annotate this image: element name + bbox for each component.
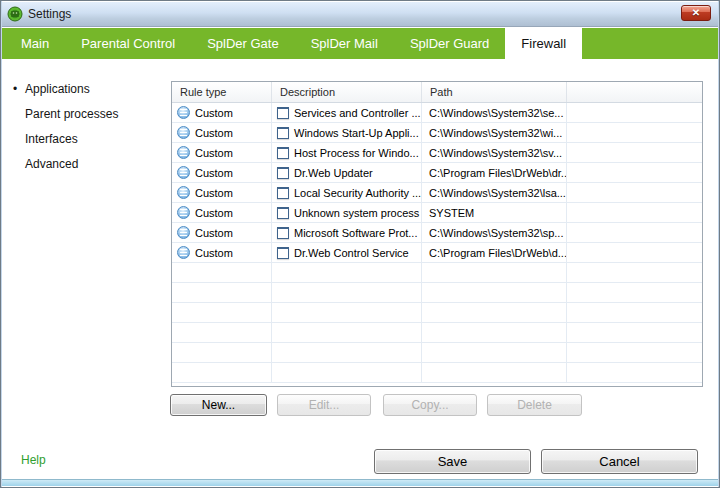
sidebar: • Applications Parent processes Interfac… [13,77,163,177]
application-icon [277,167,289,179]
column-header-path[interactable]: Path [422,82,567,102]
table-row[interactable]: Custom Windows Start-Up Appli... C:\Wind… [172,123,702,143]
firewall-panel: • Applications Parent processes Interfac… [3,59,717,479]
path-value: C:\Program Files\DrWeb\d... [422,243,567,262]
window-title: Settings [28,7,71,21]
firewall-rules-table: Rule type Description Path Custom Servic… [171,81,703,387]
path-value: C:\Windows\System32\se... [422,103,567,122]
description-value: Local Security Authority ... [294,187,421,199]
sidebar-item-applications[interactable]: • Applications [13,77,163,102]
application-icon [277,147,289,159]
rule-type-icon [177,206,190,219]
description-value: Windows Start-Up Appli... [294,127,419,139]
sidebar-item-label: Advanced [25,157,78,171]
empty-row [172,363,702,383]
application-icon [277,227,289,239]
table-row[interactable]: Custom Services and Controller ... C:\Wi… [172,103,702,123]
title-bar[interactable]: Settings ✕ [2,2,718,27]
rule-type-value: Custom [195,167,233,179]
description-value: Host Process for Windo... [294,147,419,159]
sidebar-item-label: Applications [25,82,90,96]
tab-main[interactable]: Main [5,28,65,59]
description-value: Services and Controller ... [294,107,421,119]
copy-rule-button[interactable]: Copy... [383,394,477,416]
application-icon [277,127,289,139]
empty-row [172,323,702,343]
application-icon [277,207,289,219]
description-value: Microsoft Software Prot... [294,227,417,239]
empty-row [172,303,702,323]
window-bottom-border [2,479,718,486]
active-bullet: • [13,82,17,97]
path-value: SYSTEM [422,203,567,222]
tab-spider-gate[interactable]: SplDer Gate [191,28,295,59]
tab-spider-mail[interactable]: SplDer Mail [295,28,394,59]
save-button[interactable]: Save [374,449,531,474]
description-value: Unknown system process [294,207,419,219]
tab-firewall[interactable]: Firewall [505,28,582,59]
rule-type-icon [177,186,190,199]
table-row[interactable]: Custom Unknown system process SYSTEM [172,203,702,223]
help-link[interactable]: Help [21,453,46,467]
rule-type-value: Custom [195,227,233,239]
rule-type-icon [177,246,190,259]
empty-row [172,263,702,283]
table-row[interactable]: Custom Host Process for Windo... C:\Wind… [172,143,702,163]
empty-row [172,343,702,363]
edit-rule-button[interactable]: Edit... [277,394,371,416]
path-value: C:\Windows\System32\sp... [422,223,567,242]
column-header-rule-type[interactable]: Rule type [172,82,272,102]
sidebar-item-label: Parent processes [25,107,118,121]
rule-type-value: Custom [195,147,233,159]
column-header-description[interactable]: Description [272,82,422,102]
rule-type-value: Custom [195,107,233,119]
tab-spider-guard[interactable]: SplDer Guard [394,28,505,59]
table-row[interactable]: Custom Microsoft Software Prot... C:\Win… [172,223,702,243]
rule-type-icon [177,226,190,239]
rule-type-icon [177,106,190,119]
new-rule-button[interactable]: New... [170,394,267,416]
sidebar-item-interfaces[interactable]: Interfaces [13,127,163,152]
close-button[interactable]: ✕ [681,5,711,21]
application-icon [277,187,289,199]
rule-type-value: Custom [195,127,233,139]
table-row[interactable]: Custom Local Security Authority ... C:\W… [172,183,702,203]
rule-type-icon [177,146,190,159]
path-value: C:\Windows\System32\lsa... [422,183,567,202]
rule-type-icon [177,126,190,139]
description-value: Dr.Web Control Service [294,247,409,259]
application-icon [277,247,289,259]
path-value: C:\Program Files\DrWeb\dr... [422,163,567,182]
table-row[interactable]: Custom Dr.Web Control Service C:\Program… [172,243,702,263]
rule-type-value: Custom [195,247,233,259]
sidebar-item-advanced[interactable]: Advanced [13,152,163,177]
table-header-row: Rule type Description Path [172,82,702,103]
column-header-blank [567,82,702,102]
path-value: C:\Windows\System32\wi... [422,123,567,142]
sidebar-item-parent-processes[interactable]: Parent processes [13,102,163,127]
rule-type-value: Custom [195,207,233,219]
tab-bar: Main Parental Control SplDer Gate SplDer… [2,28,718,59]
sidebar-item-label: Interfaces [25,132,78,146]
tab-parental-control[interactable]: Parental Control [65,28,191,59]
path-value: C:\Windows\System32\sv... [422,143,567,162]
description-value: Dr.Web Updater [294,167,373,179]
empty-row [172,283,702,303]
rule-type-value: Custom [195,187,233,199]
rule-type-icon [177,166,190,179]
table-row[interactable]: Custom Dr.Web Updater C:\Program Files\D… [172,163,702,183]
drweb-spider-icon [7,6,23,22]
application-icon [277,107,289,119]
delete-rule-button[interactable]: Delete [487,394,582,416]
settings-window: Settings ✕ Main Parental Control SplDer … [0,0,720,488]
cancel-button[interactable]: Cancel [541,449,698,474]
